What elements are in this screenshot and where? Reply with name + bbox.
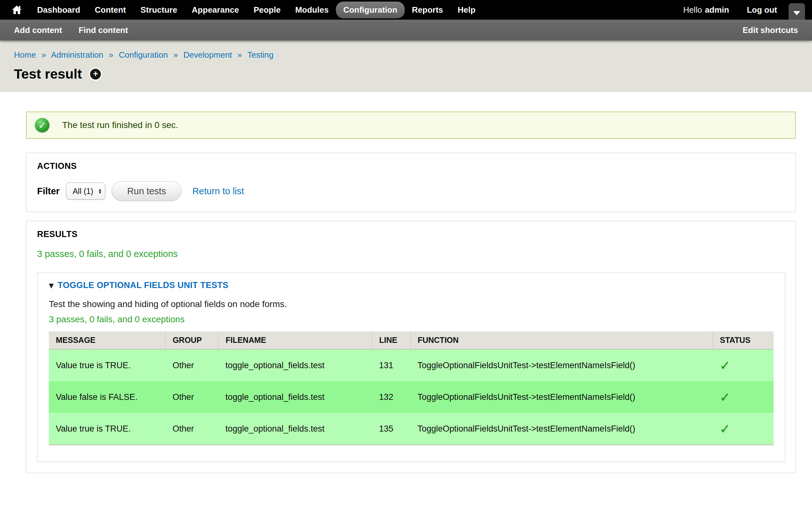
home-icon[interactable] (8, 5, 30, 14)
toolbar-user-area: Helloadmin Log out (683, 5, 777, 15)
results-fieldset: RESULTS 3 passes, 0 fails, and 0 excepti… (26, 221, 796, 473)
chevron-down-icon (793, 11, 800, 15)
breadcrumb-testing[interactable]: Testing (247, 50, 273, 60)
cell-message: Value true is TRUE. (49, 413, 165, 445)
menu-item-dashboard[interactable]: Dashboard (30, 2, 88, 18)
cell-status: ✓ (713, 349, 774, 381)
admin-menu: Dashboard Content Structure Appearance P… (8, 2, 483, 18)
breadcrumb-administration[interactable]: Administration (51, 50, 103, 60)
actions-legend: ACTIONS (37, 161, 785, 171)
test-group-toggle[interactable]: ▼ TOGGLE OPTIONAL FIELDS UNIT TESTS (49, 280, 774, 290)
table-row: Value true is TRUE. Other toggle_optiona… (49, 413, 774, 445)
cell-group: Other (165, 381, 218, 413)
menu-item-help[interactable]: Help (450, 2, 483, 18)
menu-item-structure[interactable]: Structure (133, 2, 185, 18)
breadcrumb-home[interactable]: Home (14, 50, 36, 60)
col-header-message: MESSAGE (49, 331, 165, 349)
cell-line: 132 (372, 381, 410, 413)
user-greeting: Helloadmin (683, 5, 729, 15)
results-legend: RESULTS (37, 229, 785, 239)
table-header-row: MESSAGE GROUP FILENAME LINE FUNCTION STA… (49, 331, 774, 349)
logout-link[interactable]: Log out (747, 5, 777, 15)
cell-line: 131 (372, 349, 410, 381)
status-message-text: The test run finished in 0 sec. (62, 120, 178, 130)
cell-status: ✓ (713, 381, 774, 413)
col-header-status: STATUS (713, 331, 774, 349)
menu-item-content[interactable]: Content (88, 2, 133, 18)
col-header-function: FUNCTION (410, 331, 713, 349)
cell-function: ToggleOptionalFieldsUnitTest->testElemen… (410, 349, 713, 381)
username: admin (705, 5, 729, 14)
shortcut-bar: Add content Find content Edit shortcuts (0, 20, 812, 41)
table-row: Value false is FALSE. Other toggle_optio… (49, 381, 774, 413)
return-to-list-link[interactable]: Return to list (192, 186, 244, 196)
test-results-table: MESSAGE GROUP FILENAME LINE FUNCTION STA… (49, 331, 774, 445)
test-group-title: TOGGLE OPTIONAL FIELDS UNIT TESTS (58, 280, 229, 290)
cell-message: Value true is TRUE. (49, 349, 165, 381)
cell-message: Value false is FALSE. (49, 381, 165, 413)
cell-function: ToggleOptionalFieldsUnitTest->testElemen… (410, 381, 713, 413)
cell-function: ToggleOptionalFieldsUnitTest->testElemen… (410, 413, 713, 445)
test-group-summary: 3 passes, 0 fails, and 0 exceptions (49, 314, 774, 325)
col-header-filename: FILENAME (218, 331, 372, 349)
toolbar-toggle-button[interactable] (789, 3, 805, 20)
status-message: ✓ The test run finished in 0 sec. (26, 112, 796, 139)
breadcrumb: Home » Administration » Configuration » … (14, 50, 798, 60)
cell-group: Other (165, 349, 218, 381)
cell-filename: toggle_optional_fields.test (218, 413, 372, 445)
actions-fieldset: ACTIONS Filter All (1) ▴▾ Run tests Retu… (26, 153, 796, 212)
main-content: ✓ The test run finished in 0 sec. ACTION… (0, 92, 812, 507)
col-header-group: GROUP (165, 331, 218, 349)
cell-filename: toggle_optional_fields.test (218, 381, 372, 413)
col-header-line: LINE (372, 331, 410, 349)
breadcrumb-separator: » (42, 50, 46, 60)
select-spinner-icon: ▴▾ (99, 188, 101, 194)
menu-item-configuration[interactable]: Configuration (336, 2, 404, 18)
admin-toolbar: Dashboard Content Structure Appearance P… (0, 0, 812, 20)
pass-check-icon: ✓ (720, 390, 730, 404)
pass-check-icon: ✓ (720, 421, 730, 436)
shortcut-add-content[interactable]: Add content (14, 25, 62, 35)
edit-shortcuts-link[interactable]: Edit shortcuts (743, 25, 798, 35)
menu-item-appearance[interactable]: Appearance (185, 2, 247, 18)
cell-status: ✓ (713, 413, 774, 445)
menu-item-modules[interactable]: Modules (288, 2, 336, 18)
add-shortcut-plus-icon[interactable]: + (90, 69, 101, 79)
filter-label: Filter (37, 186, 60, 196)
menu-item-reports[interactable]: Reports (405, 2, 450, 18)
breadcrumb-separator: » (238, 50, 242, 60)
breadcrumb-configuration[interactable]: Configuration (119, 50, 168, 60)
table-row: Value true is TRUE. Other toggle_optiona… (49, 349, 774, 381)
breadcrumb-separator: » (109, 50, 113, 60)
cell-group: Other (165, 413, 218, 445)
cell-filename: toggle_optional_fields.test (218, 349, 372, 381)
menu-item-people[interactable]: People (246, 2, 288, 18)
page-title: Test result (14, 66, 82, 82)
pass-check-icon: ✓ (720, 358, 730, 373)
greeting-prefix: Hello (683, 5, 702, 14)
shortcut-find-content[interactable]: Find content (79, 25, 128, 35)
filter-select-value: All (1) (72, 187, 93, 196)
status-ok-icon: ✓ (35, 118, 49, 132)
results-summary: 3 passes, 0 fails, and 0 exceptions (37, 249, 785, 259)
test-group-description: Test the showing and hiding of optional … (49, 299, 774, 309)
filter-select[interactable]: All (1) ▴▾ (66, 182, 105, 200)
cell-line: 135 (372, 413, 410, 445)
shortcut-links: Add content Find content (14, 25, 128, 35)
run-tests-button[interactable]: Run tests (112, 181, 182, 201)
test-group-fieldset: ▼ TOGGLE OPTIONAL FIELDS UNIT TESTS Test… (37, 273, 785, 462)
breadcrumb-development[interactable]: Development (183, 50, 232, 60)
page-header: Home » Administration » Configuration » … (0, 41, 812, 92)
collapse-caret-icon: ▼ (49, 282, 54, 289)
breadcrumb-separator: » (173, 50, 177, 60)
